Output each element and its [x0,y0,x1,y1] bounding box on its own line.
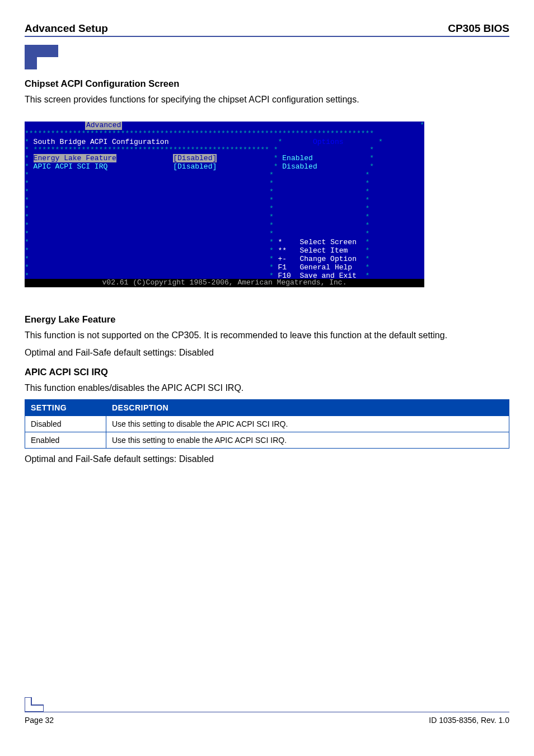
bios-item-energy-lake[interactable]: Energy Lake Feature [34,154,116,162]
header-rule [25,36,509,37]
table-header-row: SETTING DESCRIPTION [25,400,509,416]
page-footer: Page 32 ID 1035-8356, Rev. 1.0 [25,697,509,725]
header-right: CP305 BIOS [448,22,509,35]
bios-options-header: Options [313,138,344,146]
footer-doc-id: ID 1035-8356, Rev. 1.0 [429,716,509,725]
bios-option-enabled: Enabled [282,154,313,162]
bios-tab-advanced: Advanced [85,122,122,130]
table-header-description: DESCRIPTION [106,400,509,416]
footer-logo-icon [25,697,44,712]
brand-logo [25,45,509,69]
bios-nav-key: F1 [278,263,287,272]
bios-nav-select-screen: Select Screen [300,238,357,246]
header-left: Advanced Setup [25,22,108,35]
bios-item-energy-lake-value[interactable]: [Disabled] [173,154,217,162]
bios-screenshot: Advanced * *****************************… [25,122,424,287]
table-row: Enabled Use this setting to enable the A… [25,432,509,449]
section-heading-apic-acpi: APIC ACPI SCI IRQ [25,367,509,377]
bios-nav-general-help: General Help [300,263,353,272]
table-cell-desc: Use this setting to disable the APIC ACP… [106,416,509,432]
footer-rule [25,712,509,712]
bios-nav-key: +- [278,255,287,263]
svg-rect-0 [25,45,37,69]
section-text-energy-lake-2: Optimal and Fail-Safe default settings: … [25,347,509,359]
settings-table: SETTING DESCRIPTION Disabled Use this se… [25,399,509,449]
section-text-apic-after: Optimal and Fail-Safe default settings: … [25,453,509,465]
table-row: Disabled Use this setting to disable the… [25,416,509,432]
section-heading-chipset-acpi: Chipset ACPI Configuration Screen [25,78,509,89]
section-text-apic-acpi: This function enables/disables the APIC … [25,382,509,394]
bios-title: South Bridge ACPI Configuration [34,138,169,146]
bios-item-apic-acpi-value[interactable]: [Disabled] [173,162,217,171]
bios-footer: v02.61 (C)Copyright 1985-2006, American … [25,279,424,287]
bios-item-apic-acpi[interactable]: APIC ACPI SCI IRQ [34,162,108,171]
table-header-setting: SETTING [25,400,106,416]
bios-option-disabled: Disabled [282,162,317,171]
bios-border-star: * [420,122,424,130]
table-cell-setting: Disabled [25,416,106,432]
bios-nav-select-item: Select Item [300,246,348,255]
footer-page-number: Page 32 [25,716,54,725]
section-text-energy-lake-1: This function is not supported on the CP… [25,329,509,342]
svg-rect-1 [37,45,58,57]
bios-nav-change-option: Change Option [300,255,357,263]
section-heading-energy-lake: Energy Lake Feature [25,314,509,325]
bios-nav-key: ** [278,246,287,255]
page-header: Advanced Setup CP305 BIOS [25,22,509,35]
table-cell-desc: Use this setting to enable the APIC ACPI… [106,432,509,449]
section-text-chipset-acpi: This screen provides functions for speci… [25,94,509,106]
table-cell-setting: Enabled [25,432,106,449]
